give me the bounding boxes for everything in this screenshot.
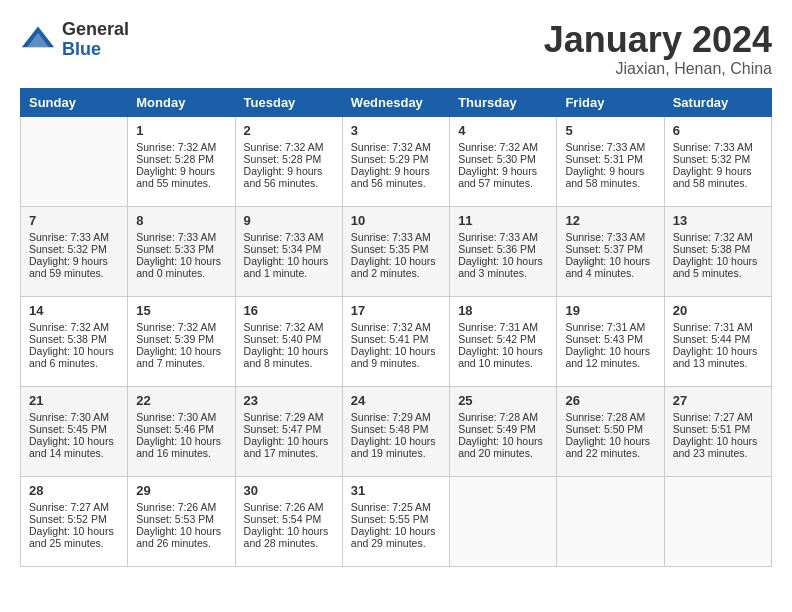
calendar-cell: 28Sunrise: 7:27 AMSunset: 5:52 PMDayligh… xyxy=(21,476,128,566)
daylight-text: Daylight: 9 hours and 56 minutes. xyxy=(351,165,441,189)
header-cell-friday: Friday xyxy=(557,88,664,116)
week-row-1: 1Sunrise: 7:32 AMSunset: 5:28 PMDaylight… xyxy=(21,116,772,206)
sunset-text: Sunset: 5:37 PM xyxy=(565,243,655,255)
calendar-cell: 10Sunrise: 7:33 AMSunset: 5:35 PMDayligh… xyxy=(342,206,449,296)
sunrise-text: Sunrise: 7:28 AM xyxy=(565,411,655,423)
daylight-text: Daylight: 10 hours and 29 minutes. xyxy=(351,525,441,549)
day-number: 18 xyxy=(458,303,548,318)
daylight-text: Daylight: 10 hours and 4 minutes. xyxy=(565,255,655,279)
daylight-text: Daylight: 9 hours and 58 minutes. xyxy=(673,165,763,189)
day-number: 12 xyxy=(565,213,655,228)
calendar-cell: 21Sunrise: 7:30 AMSunset: 5:45 PMDayligh… xyxy=(21,386,128,476)
sunset-text: Sunset: 5:30 PM xyxy=(458,153,548,165)
day-number: 14 xyxy=(29,303,119,318)
calendar-cell: 15Sunrise: 7:32 AMSunset: 5:39 PMDayligh… xyxy=(128,296,235,386)
daylight-text: Daylight: 10 hours and 14 minutes. xyxy=(29,435,119,459)
sunset-text: Sunset: 5:34 PM xyxy=(244,243,334,255)
calendar-cell: 3Sunrise: 7:32 AMSunset: 5:29 PMDaylight… xyxy=(342,116,449,206)
daylight-text: Daylight: 9 hours and 57 minutes. xyxy=(458,165,548,189)
calendar-cell: 26Sunrise: 7:28 AMSunset: 5:50 PMDayligh… xyxy=(557,386,664,476)
header-row: SundayMondayTuesdayWednesdayThursdayFrid… xyxy=(21,88,772,116)
daylight-text: Daylight: 9 hours and 56 minutes. xyxy=(244,165,334,189)
daylight-text: Daylight: 10 hours and 25 minutes. xyxy=(29,525,119,549)
calendar-cell: 4Sunrise: 7:32 AMSunset: 5:30 PMDaylight… xyxy=(450,116,557,206)
calendar-cell xyxy=(450,476,557,566)
sunrise-text: Sunrise: 7:28 AM xyxy=(458,411,548,423)
daylight-text: Daylight: 10 hours and 6 minutes. xyxy=(29,345,119,369)
calendar-cell: 12Sunrise: 7:33 AMSunset: 5:37 PMDayligh… xyxy=(557,206,664,296)
logo-text: General Blue xyxy=(62,20,129,60)
calendar-cell: 22Sunrise: 7:30 AMSunset: 5:46 PMDayligh… xyxy=(128,386,235,476)
sunrise-text: Sunrise: 7:31 AM xyxy=(458,321,548,333)
calendar-cell: 5Sunrise: 7:33 AMSunset: 5:31 PMDaylight… xyxy=(557,116,664,206)
sunrise-text: Sunrise: 7:27 AM xyxy=(673,411,763,423)
daylight-text: Daylight: 9 hours and 55 minutes. xyxy=(136,165,226,189)
sunset-text: Sunset: 5:39 PM xyxy=(136,333,226,345)
sunrise-text: Sunrise: 7:33 AM xyxy=(244,231,334,243)
day-number: 5 xyxy=(565,123,655,138)
calendar-cell: 13Sunrise: 7:32 AMSunset: 5:38 PMDayligh… xyxy=(664,206,771,296)
sunrise-text: Sunrise: 7:32 AM xyxy=(458,141,548,153)
logo-icon xyxy=(20,22,56,58)
sunset-text: Sunset: 5:28 PM xyxy=(244,153,334,165)
sunset-text: Sunset: 5:46 PM xyxy=(136,423,226,435)
header-cell-tuesday: Tuesday xyxy=(235,88,342,116)
sunrise-text: Sunrise: 7:31 AM xyxy=(673,321,763,333)
week-row-2: 7Sunrise: 7:33 AMSunset: 5:32 PMDaylight… xyxy=(21,206,772,296)
sunset-text: Sunset: 5:45 PM xyxy=(29,423,119,435)
calendar-header: SundayMondayTuesdayWednesdayThursdayFrid… xyxy=(21,88,772,116)
daylight-text: Daylight: 10 hours and 1 minute. xyxy=(244,255,334,279)
sunset-text: Sunset: 5:48 PM xyxy=(351,423,441,435)
day-number: 25 xyxy=(458,393,548,408)
sunrise-text: Sunrise: 7:32 AM xyxy=(244,141,334,153)
day-number: 19 xyxy=(565,303,655,318)
calendar-cell: 18Sunrise: 7:31 AMSunset: 5:42 PMDayligh… xyxy=(450,296,557,386)
calendar-cell: 1Sunrise: 7:32 AMSunset: 5:28 PMDaylight… xyxy=(128,116,235,206)
header-cell-thursday: Thursday xyxy=(450,88,557,116)
week-row-3: 14Sunrise: 7:32 AMSunset: 5:38 PMDayligh… xyxy=(21,296,772,386)
sunrise-text: Sunrise: 7:32 AM xyxy=(244,321,334,333)
sunset-text: Sunset: 5:28 PM xyxy=(136,153,226,165)
day-number: 2 xyxy=(244,123,334,138)
daylight-text: Daylight: 9 hours and 58 minutes. xyxy=(565,165,655,189)
sunrise-text: Sunrise: 7:29 AM xyxy=(351,411,441,423)
daylight-text: Daylight: 10 hours and 26 minutes. xyxy=(136,525,226,549)
title-block: January 2024 Jiaxian, Henan, China xyxy=(544,20,772,78)
sunrise-text: Sunrise: 7:32 AM xyxy=(351,321,441,333)
sunrise-text: Sunrise: 7:31 AM xyxy=(565,321,655,333)
sunset-text: Sunset: 5:38 PM xyxy=(673,243,763,255)
calendar-cell: 7Sunrise: 7:33 AMSunset: 5:32 PMDaylight… xyxy=(21,206,128,296)
daylight-text: Daylight: 10 hours and 7 minutes. xyxy=(136,345,226,369)
day-number: 28 xyxy=(29,483,119,498)
sunset-text: Sunset: 5:31 PM xyxy=(565,153,655,165)
sunrise-text: Sunrise: 7:33 AM xyxy=(565,231,655,243)
daylight-text: Daylight: 10 hours and 17 minutes. xyxy=(244,435,334,459)
page-header: General Blue January 2024 Jiaxian, Henan… xyxy=(20,20,772,78)
sunrise-text: Sunrise: 7:33 AM xyxy=(458,231,548,243)
sunset-text: Sunset: 5:35 PM xyxy=(351,243,441,255)
calendar-table: SundayMondayTuesdayWednesdayThursdayFrid… xyxy=(20,88,772,567)
calendar-cell xyxy=(21,116,128,206)
day-number: 3 xyxy=(351,123,441,138)
sunset-text: Sunset: 5:53 PM xyxy=(136,513,226,525)
month-title: January 2024 xyxy=(544,20,772,60)
day-number: 15 xyxy=(136,303,226,318)
daylight-text: Daylight: 10 hours and 12 minutes. xyxy=(565,345,655,369)
sunrise-text: Sunrise: 7:32 AM xyxy=(351,141,441,153)
calendar-cell: 29Sunrise: 7:26 AMSunset: 5:53 PMDayligh… xyxy=(128,476,235,566)
sunset-text: Sunset: 5:50 PM xyxy=(565,423,655,435)
calendar-cell: 9Sunrise: 7:33 AMSunset: 5:34 PMDaylight… xyxy=(235,206,342,296)
sunset-text: Sunset: 5:47 PM xyxy=(244,423,334,435)
day-number: 1 xyxy=(136,123,226,138)
daylight-text: Daylight: 10 hours and 3 minutes. xyxy=(458,255,548,279)
sunset-text: Sunset: 5:29 PM xyxy=(351,153,441,165)
day-number: 11 xyxy=(458,213,548,228)
daylight-text: Daylight: 10 hours and 16 minutes. xyxy=(136,435,226,459)
sunset-text: Sunset: 5:55 PM xyxy=(351,513,441,525)
daylight-text: Daylight: 10 hours and 9 minutes. xyxy=(351,345,441,369)
sunset-text: Sunset: 5:32 PM xyxy=(673,153,763,165)
calendar-cell: 25Sunrise: 7:28 AMSunset: 5:49 PMDayligh… xyxy=(450,386,557,476)
sunset-text: Sunset: 5:43 PM xyxy=(565,333,655,345)
sunrise-text: Sunrise: 7:32 AM xyxy=(136,141,226,153)
sunrise-text: Sunrise: 7:29 AM xyxy=(244,411,334,423)
